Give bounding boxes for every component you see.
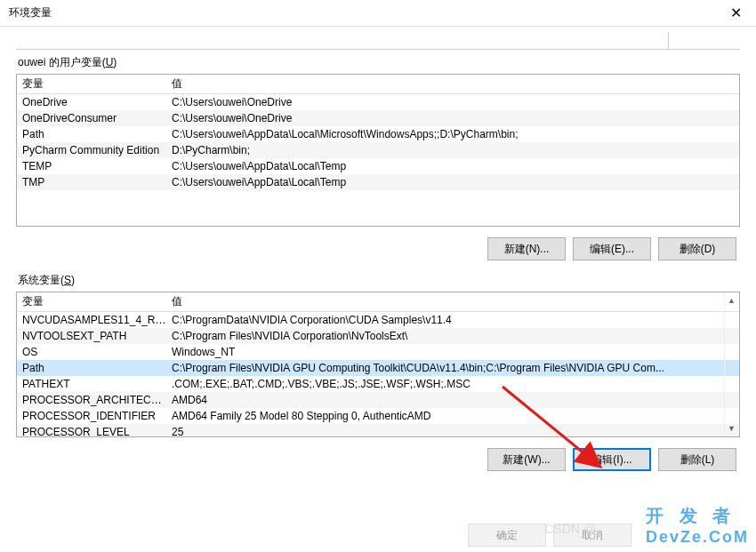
user-vars-table[interactable]: 变量 值 OneDriveC:\Users\ouwei\OneDriveOneD…: [16, 74, 740, 227]
col-variable[interactable]: 变量: [17, 294, 168, 309]
cell-variable: PATHEXT: [17, 378, 168, 390]
cell-value: C:\Users\ouwei\AppData\Local\Microsoft\W…: [168, 128, 739, 140]
table-row[interactable]: NVCUDASAMPLES11_4_RO...C:\ProgramData\NV…: [17, 312, 739, 328]
col-value[interactable]: 值: [168, 294, 739, 309]
user-edit-button[interactable]: 编辑(E)...: [573, 237, 651, 260]
user-new-button[interactable]: 新建(N)...: [487, 237, 566, 260]
table-row[interactable]: PROCESSOR_ARCHITECTUREAMD64: [17, 392, 739, 408]
titlebar: 环境变量 ✕: [0, 0, 756, 27]
table-row[interactable]: PathC:\Users\ouwei\AppData\Local\Microso…: [17, 126, 739, 142]
table-header: 变量 值: [17, 75, 739, 94]
table-row[interactable]: PROCESSOR_LEVEL25: [17, 424, 739, 437]
watermark-csdn: CSDN @: [544, 522, 596, 536]
cell-variable: PROCESSOR_ARCHITECTURE: [17, 394, 168, 406]
dialog-buttons-partial: 确定 取消: [0, 518, 756, 552]
cell-variable: PyCharm Community Edition: [17, 144, 168, 156]
cell-value: .COM;.EXE;.BAT;.CMD;.VBS;.VBE;.JS;.JSE;.…: [168, 378, 739, 390]
close-button[interactable]: ✕: [716, 0, 756, 27]
system-new-button[interactable]: 新建(W)...: [487, 448, 566, 471]
table-row[interactable]: PathC:\Program Files\NVIDIA GPU Computin…: [17, 360, 739, 376]
cell-variable: PROCESSOR_LEVEL: [17, 426, 168, 437]
cell-variable: Path: [17, 362, 168, 374]
table-row[interactable]: OneDriveC:\Users\ouwei\OneDrive: [17, 94, 739, 110]
cell-value: Windows_NT: [168, 346, 739, 358]
user-delete-button[interactable]: 删除(D): [658, 237, 736, 260]
table-row[interactable]: PROCESSOR_IDENTIFIERAMD64 Family 25 Mode…: [17, 408, 739, 424]
table-row[interactable]: PyCharm Community EditionD:\PyCharm\bin;: [17, 142, 739, 158]
table-row[interactable]: OSWindows_NT: [17, 344, 739, 360]
cell-variable: OneDrive: [17, 96, 168, 108]
table-row[interactable]: OneDriveConsumerC:\Users\ouwei\OneDrive: [17, 110, 739, 126]
table-row[interactable]: PATHEXT.COM;.EXE;.BAT;.CMD;.VBS;.VBE;.JS…: [17, 376, 739, 392]
cell-value: AMD64: [168, 394, 739, 406]
table-row[interactable]: TMPC:\Users\ouwei\AppData\Local\Temp: [17, 174, 739, 190]
col-value[interactable]: 值: [168, 76, 739, 92]
col-variable[interactable]: 变量: [17, 76, 168, 92]
cell-value: C:\Users\ouwei\OneDrive: [168, 112, 739, 124]
cell-value: C:\Users\ouwei\OneDrive: [168, 96, 739, 108]
cell-value: 25: [168, 426, 739, 437]
system-delete-button[interactable]: 删除(L): [658, 448, 736, 471]
table-row[interactable]: TEMPC:\Users\ouwei\AppData\Local\Temp: [17, 158, 739, 174]
scroll-up-icon[interactable]: ▲: [725, 293, 738, 308]
watermark: 开 发 者 DevZe.CoM: [646, 504, 749, 547]
cell-value: C:\Users\ouwei\AppData\Local\Temp: [168, 160, 739, 172]
user-vars-label: ouwei 的用户变量(U): [18, 55, 740, 70]
cell-value: C:\Program Files\NVIDIA Corporation\NvTo…: [168, 330, 739, 342]
scrollbar[interactable]: ▲ ▼: [724, 293, 738, 436]
tab-stub: [16, 34, 740, 50]
table-header: 变量 值: [17, 292, 739, 312]
system-edit-button[interactable]: 编辑(I)...: [573, 448, 651, 471]
cell-value: D:\PyCharm\bin;: [168, 144, 739, 156]
ok-button[interactable]: 确定: [468, 524, 546, 547]
cell-value: C:\ProgramData\NVIDIA Corporation\CUDA S…: [168, 314, 739, 326]
cell-value: AMD64 Family 25 Model 80 Stepping 0, Aut…: [168, 410, 739, 422]
cell-variable: NVCUDASAMPLES11_4_RO...: [17, 314, 168, 326]
cell-variable: NVTOOLSEXT_PATH: [17, 330, 168, 342]
cell-variable: Path: [17, 128, 168, 140]
cell-variable: TMP: [17, 176, 168, 188]
cell-variable: TEMP: [17, 160, 168, 172]
system-vars-label: 系统变量(S): [18, 273, 740, 288]
cell-variable: OS: [17, 346, 168, 358]
table-row[interactable]: NVTOOLSEXT_PATHC:\Program Files\NVIDIA C…: [17, 328, 739, 344]
cell-variable: OneDriveConsumer: [17, 112, 168, 124]
cell-variable: PROCESSOR_IDENTIFIER: [17, 410, 168, 422]
cell-value: C:\Program Files\NVIDIA GPU Computing To…: [168, 362, 739, 374]
system-vars-table[interactable]: 变量 值 NVCUDASAMPLES11_4_RO...C:\ProgramDa…: [16, 292, 740, 437]
window-title: 环境变量: [9, 5, 52, 20]
cell-value: C:\Users\ouwei\AppData\Local\Temp: [168, 176, 739, 188]
scroll-down-icon[interactable]: ▼: [725, 421, 738, 436]
